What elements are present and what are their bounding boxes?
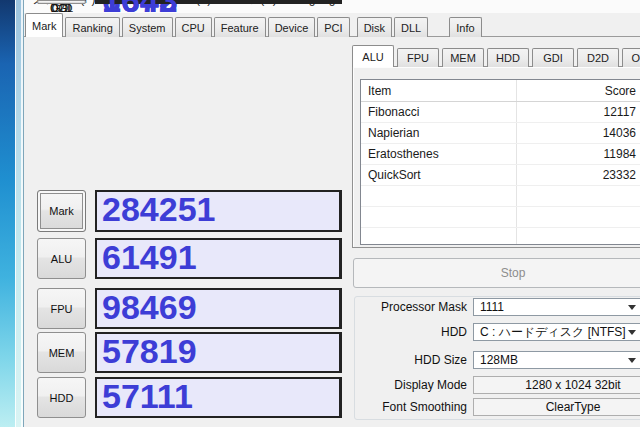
table-cell-item: Eratosthenes — [361, 144, 517, 164]
stop-button[interactable]: Stop — [353, 258, 640, 288]
table-cell-score: 14036 — [517, 123, 640, 143]
processor-mask-value: 1111 — [480, 300, 504, 314]
detail-tab-strip: ALU FPU MEM HDD GDI D2D OGL — [352, 45, 640, 67]
table-row[interactable]: Fibonacci 12117 — [361, 102, 640, 123]
table-cell-score — [517, 186, 640, 206]
desktop-wallpaper — [0, 0, 15, 427]
table-header[interactable]: Item Score — [361, 80, 640, 102]
tab-cpu[interactable]: CPU — [175, 17, 212, 37]
table-cell-item — [361, 228, 517, 245]
tab-info[interactable]: Info — [449, 17, 481, 37]
score-bar-mark: 284251 — [95, 190, 342, 232]
table-cell-score: 12117 — [517, 102, 640, 122]
tab-mark[interactable]: Mark — [25, 13, 63, 37]
table-row-empty — [361, 207, 640, 228]
hdd-size-value: 128MB — [480, 353, 518, 367]
benchmark-row-fpu: FPU 98469 — [37, 288, 342, 329]
display-mode-value: 1280 x 1024 32bit — [473, 376, 640, 394]
benchmark-button-alu[interactable]: ALU — [37, 238, 86, 279]
table-cell-score — [517, 228, 640, 245]
table-row[interactable]: Eratosthenes 11984 — [361, 144, 640, 165]
chevron-down-icon[interactable] — [628, 330, 636, 335]
score-bar-ogl: 1643 — [95, 0, 342, 4]
display-mode-label: Display Mode — [354, 376, 467, 394]
table-row-empty — [361, 186, 640, 207]
window-aero-border — [15, 0, 24, 427]
benchmark-button-mem[interactable]: MEM — [37, 332, 86, 373]
tab-feature[interactable]: Feature — [214, 17, 266, 37]
score-bar-fpu: 98469 — [95, 288, 342, 329]
benchmark-button-ogl[interactable]: OGL — [37, 0, 86, 4]
tab-pci[interactable]: PCI — [317, 17, 349, 37]
processor-mask-combo[interactable]: 1111 — [473, 298, 640, 316]
score-value-mark: 284251 — [102, 190, 215, 229]
crystalmark-window: ファイル(F) 編集(E) テーマ(T) ヘルプ(H) Language Mar… — [0, 0, 640, 427]
table-cell-score: 11984 — [517, 144, 640, 164]
tab-dll[interactable]: DLL — [394, 17, 428, 37]
benchmark-row-alu: ALU 61491 — [37, 238, 342, 279]
detail-tab-alu[interactable]: ALU — [352, 45, 394, 67]
table-row-empty — [361, 228, 640, 245]
table-cell-item — [361, 186, 517, 206]
detail-tab-mem[interactable]: MEM — [442, 48, 484, 67]
table-row[interactable]: QuickSort 23332 — [361, 165, 640, 186]
processor-mask-label: Processor Mask — [354, 298, 467, 316]
column-header-item[interactable]: Item — [361, 80, 517, 101]
benchmark-button-mark[interactable]: Mark — [37, 190, 86, 232]
hdd-value: C : ハードディスク [NTFS] — [480, 325, 626, 339]
chevron-down-icon[interactable] — [628, 358, 636, 363]
detail-tab-fpu[interactable]: FPU — [397, 48, 439, 67]
hdd-combo[interactable]: C : ハードディスク [NTFS] — [473, 323, 640, 341]
font-smoothing-label: Font Smoothing — [354, 398, 467, 416]
table-cell-item: Napierian — [361, 123, 517, 143]
column-header-score[interactable]: Score — [517, 80, 640, 101]
detail-score-table: Item Score Fibonacci 12117 Napierian 140… — [360, 79, 640, 245]
main-tab-strip: Mark Ranking System CPU Feature Device P… — [25, 13, 484, 37]
tab-device[interactable]: Device — [268, 17, 316, 37]
tab-disk[interactable]: Disk — [357, 17, 392, 37]
tab-ranking[interactable]: Ranking — [65, 17, 119, 37]
table-cell-item — [361, 207, 517, 227]
benchmark-row-mem: MEM 57819 — [37, 332, 342, 373]
score-bar-hdd: 57111 — [95, 377, 342, 418]
table-cell-score — [517, 207, 640, 227]
hdd-label: HDD — [354, 323, 467, 341]
detail-tab-hdd[interactable]: HDD — [487, 48, 529, 67]
table-cell-score: 23332 — [517, 165, 640, 185]
benchmark-button-hdd[interactable]: HDD — [37, 377, 86, 418]
benchmark-button-fpu[interactable]: FPU — [37, 288, 86, 329]
table-row[interactable]: Napierian 14036 — [361, 123, 640, 144]
score-bar-alu: 61491 — [95, 238, 342, 279]
hdd-size-label: HDD Size — [354, 351, 467, 369]
chevron-down-icon[interactable] — [628, 305, 636, 310]
score-value-mem: 57819 — [102, 332, 197, 371]
table-cell-item: QuickSort — [361, 165, 517, 185]
score-bar-mem: 57819 — [95, 332, 342, 373]
detail-tab-d2d[interactable]: D2D — [577, 48, 619, 67]
detail-tab-ogl[interactable]: OGL — [622, 48, 640, 67]
font-smoothing-value: ClearType — [473, 398, 640, 416]
score-value-hdd: 57111 — [102, 377, 193, 416]
score-value-alu: 61491 — [102, 238, 197, 277]
hdd-size-combo[interactable]: 128MB — [473, 351, 640, 369]
benchmark-row-hdd: HDD 57111 — [37, 377, 342, 418]
benchmark-row-mark: Mark 284251 — [37, 190, 342, 232]
score-value-fpu: 98469 — [102, 288, 197, 327]
window-client-area: ファイル(F) 編集(E) テーマ(T) ヘルプ(H) Language Mar… — [24, 0, 640, 427]
detail-tab-gdi[interactable]: GDI — [532, 48, 574, 67]
tab-system[interactable]: System — [122, 17, 173, 37]
table-cell-item: Fibonacci — [361, 102, 517, 122]
